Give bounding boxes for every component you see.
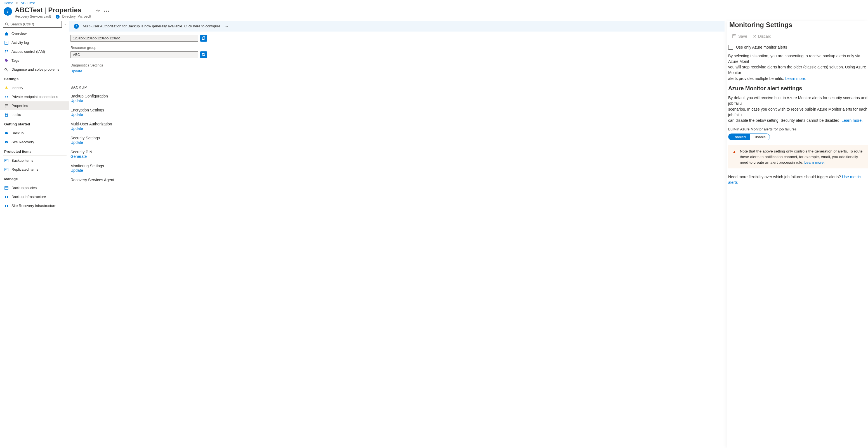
svg-point-7 — [5, 68, 6, 70]
job-failures-toggle[interactable]: Enabled Disable — [728, 134, 770, 140]
copy-button[interactable] — [200, 51, 207, 58]
panel-title: Monitoring Settings — [727, 21, 868, 32]
diag-update-link[interactable]: Update — [70, 69, 82, 73]
property-action-link[interactable]: Update — [70, 168, 83, 173]
nav-divider — [3, 155, 67, 156]
nav-header-protected: Protected items — [0, 147, 69, 155]
backup-property: Backup ConfigurationUpdate — [70, 94, 282, 103]
backup-property: Security SettingsUpdate — [70, 136, 282, 145]
backup-property: Encryption SettingsUpdate — [70, 108, 282, 117]
learn-more-link[interactable]: Learn more. — [785, 76, 806, 81]
close-icon: ✕ — [753, 34, 756, 39]
backup-property: Multi-User AuthorizationUpdate — [70, 122, 282, 131]
backup-property: Monitoring SettingsUpdate — [70, 164, 282, 173]
property-action-link[interactable]: Update — [70, 112, 83, 117]
svg-rect-20 — [5, 160, 6, 161]
nav-overview[interactable]: Overview — [0, 29, 69, 38]
favorite-star-icon[interactable]: ☆ — [96, 8, 100, 14]
nav-label: Site Recovery infrastructure — [11, 204, 56, 208]
nav-private-endpoint[interactable]: Private endpoint connections — [0, 93, 69, 101]
sidebar: Search (Ctrl+/) « Overview Activity log … — [0, 21, 69, 448]
discard-label: Discard — [758, 34, 771, 39]
nav-diagnose[interactable]: Diagnose and solve problems — [0, 65, 69, 74]
nav-tags[interactable]: Tags — [0, 56, 69, 65]
backup-policies-icon — [4, 186, 9, 190]
nav-site-recovery-infra[interactable]: Site Recovery infrastructure — [0, 201, 69, 210]
title-name: ABCTest — [15, 6, 43, 14]
nav-properties[interactable]: Properties — [0, 101, 69, 110]
identity-icon — [4, 86, 9, 90]
search-placeholder: Search (Ctrl+/) — [10, 22, 34, 26]
property-action-link[interactable]: Update — [70, 140, 83, 145]
nav-label: Replicated items — [11, 167, 38, 171]
toggle-label: Built-in Azure Monitor alerts for job fa… — [728, 127, 868, 131]
overview-icon — [4, 32, 9, 36]
nav-access-control[interactable]: Access control (IAM) — [0, 47, 69, 56]
breadcrumb-home[interactable]: Home — [4, 1, 13, 5]
learn-more-link[interactable]: Learn more. — [804, 160, 825, 165]
property-title: Encryption Settings — [70, 108, 282, 112]
panel-paragraph: By default you will receive built-in Azu… — [728, 95, 868, 123]
use-only-azure-monitor-checkbox[interactable] — [728, 45, 733, 50]
copy-button[interactable] — [200, 35, 207, 42]
breadcrumb-current[interactable]: ABCTest — [21, 1, 35, 5]
activity-log-icon — [4, 40, 9, 45]
tags-icon — [4, 58, 9, 63]
property-action-link[interactable]: Update — [70, 98, 83, 103]
nav-label: Identity — [11, 86, 23, 90]
warning-icon: ▲ — [732, 148, 737, 165]
discard-button[interactable]: ✕ Discard — [753, 34, 771, 39]
svg-point-17 — [6, 106, 6, 107]
nav-locks[interactable]: Locks — [0, 110, 69, 119]
nav-backup-policies[interactable]: Backup policies — [0, 183, 69, 193]
text: alerts provides multiple benefits. — [728, 76, 785, 81]
nav-activity-log[interactable]: Activity log — [0, 38, 69, 47]
subtitle-dir: Directory: Microsoft — [62, 14, 91, 19]
info-banner[interactable]: i Multi-User Authorization for Backup is… — [69, 21, 724, 32]
title-page: Properties — [48, 6, 82, 14]
property-title: Recovery Services Agent — [70, 178, 282, 182]
toggle-disable[interactable]: Disable — [750, 134, 770, 140]
toggle-enabled[interactable]: Enabled — [728, 134, 750, 140]
nav-backup[interactable]: Backup — [0, 129, 69, 138]
more-menu-icon[interactable]: ••• — [104, 9, 110, 13]
save-label: Save — [738, 34, 747, 39]
checkbox-label: Use only Azure monitor alerts — [736, 45, 787, 49]
svg-rect-2 — [5, 41, 8, 44]
text: can disable the below setting. Security … — [728, 118, 841, 123]
svg-rect-18 — [5, 114, 7, 116]
property-title: Security PIN — [70, 150, 282, 154]
nav-replicated-items[interactable]: Replicated items — [0, 165, 69, 174]
learn-more-link[interactable]: Learn more. — [841, 118, 862, 123]
property-title: Monitoring Settings — [70, 164, 282, 168]
access-control-icon — [4, 49, 9, 54]
property-action-link[interactable]: Update — [70, 126, 83, 131]
monitoring-settings-panel: Monitoring Settings Save ✕ Discard Use o… — [727, 21, 868, 448]
save-icon — [732, 34, 737, 39]
svg-point-16 — [7, 105, 7, 106]
save-button[interactable]: Save — [732, 34, 747, 39]
svg-point-15 — [6, 104, 6, 105]
copy-icon — [202, 36, 206, 40]
resource-group-field[interactable]: ABC — [70, 51, 198, 58]
nav-label: Backup policies — [11, 186, 37, 190]
collapse-sidebar-icon[interactable]: « — [65, 22, 67, 26]
panel-subheading: Azure Monitor alert settings — [728, 85, 868, 92]
warning-box: ▲ Note that the above setting only contr… — [728, 145, 868, 168]
info-icon[interactable]: i — [56, 15, 60, 19]
replicated-items-icon — [4, 167, 9, 172]
search-input[interactable]: Search (Ctrl+/) — [3, 21, 62, 28]
nav-label: Activity log — [11, 40, 29, 45]
diagnose-icon — [4, 67, 9, 72]
subtitle-type: Recovery Services vault — [15, 14, 51, 19]
nav-identity[interactable]: Identity — [0, 83, 69, 93]
nav-label: Access control (IAM) — [11, 49, 45, 54]
resource-id-field[interactable]: 123abc-123abc-123abc-123abc — [70, 35, 198, 42]
nav-backup-infra[interactable]: Backup Infrastructure — [0, 193, 69, 201]
search-icon — [5, 22, 9, 26]
main-content: i Multi-User Authorization for Backup is… — [69, 21, 727, 448]
breadcrumb: Home > ABCTest — [0, 0, 868, 6]
nav-site-recovery[interactable]: Site Recovery — [0, 138, 69, 147]
property-action-link[interactable]: Generate — [70, 154, 87, 159]
nav-backup-items[interactable]: Backup items — [0, 156, 69, 165]
